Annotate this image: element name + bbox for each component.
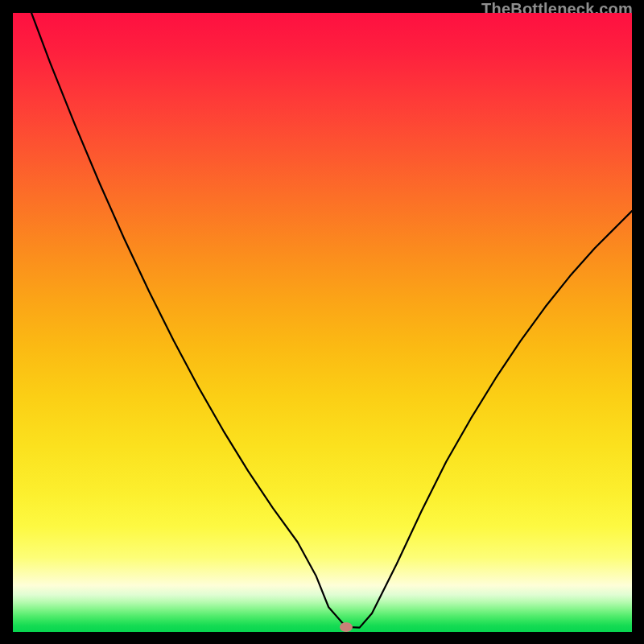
plot-area [13,13,632,632]
optimal-point-marker [340,622,353,632]
curve-svg [13,13,632,632]
bottleneck-curve [31,13,632,628]
chart-frame: TheBottleneck.com [0,0,644,644]
